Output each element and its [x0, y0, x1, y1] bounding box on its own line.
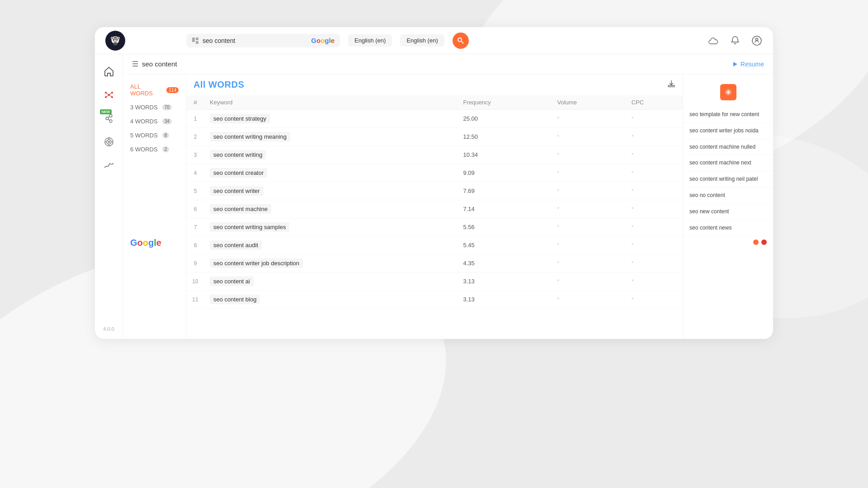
- row-frequency: 12.50: [458, 128, 552, 146]
- lang-btn-2[interactable]: English (en): [400, 34, 444, 47]
- filter-4-words[interactable]: 4 WORDS 34: [123, 114, 186, 128]
- search-input[interactable]: seo content: [203, 37, 307, 44]
- row-cpc: *: [626, 128, 683, 146]
- search-execute-button[interactable]: [453, 33, 469, 49]
- table-row[interactable]: 1 seo content strategy 25.00 * *: [186, 110, 683, 128]
- svg-rect-19: [192, 38, 195, 40]
- row-keyword: seo content creator: [204, 164, 458, 182]
- table-row[interactable]: 2 seo content writing meaning 12.50 * *: [186, 128, 683, 146]
- table-row[interactable]: 8 seo content audit 5.45 * *: [186, 236, 683, 254]
- right-panel-item[interactable]: seo content machine nulled: [683, 139, 773, 155]
- row-volume: *: [552, 218, 626, 236]
- right-panel-item[interactable]: seo content writer jobs noida: [683, 123, 773, 139]
- row-frequency: 5.45: [458, 236, 552, 254]
- svg-point-33: [106, 117, 108, 120]
- table-row[interactable]: 9 seo content writer job description 4.3…: [186, 254, 683, 272]
- row-frequency: 3.13: [458, 272, 552, 291]
- logo-icon[interactable]: [105, 31, 125, 51]
- col-cpc: CPC: [626, 95, 683, 110]
- filter-all-words[interactable]: ALL WORDS 114: [123, 80, 186, 100]
- svg-line-32: [109, 95, 112, 97]
- svg-point-34: [109, 114, 112, 117]
- col-volume: Volume: [552, 95, 626, 110]
- filter-3-words[interactable]: 3 WORDS 70: [123, 100, 186, 114]
- row-cpc: *: [626, 146, 683, 164]
- svg-point-12: [111, 37, 113, 39]
- row-volume: *: [552, 164, 626, 182]
- sidebar-item-home[interactable]: [99, 61, 119, 81]
- right-panel-item[interactable]: seo content machine next: [683, 155, 773, 171]
- svg-line-31: [106, 95, 109, 97]
- google-logo-footer: Google: [123, 238, 186, 248]
- table-row[interactable]: 6 seo content machine 7.14 * *: [186, 200, 683, 218]
- row-cpc: *: [626, 110, 683, 128]
- svg-line-21: [461, 41, 463, 43]
- row-keyword: seo content strategy: [204, 110, 458, 128]
- svg-line-29: [106, 93, 109, 95]
- svg-point-35: [109, 120, 112, 122]
- table-row[interactable]: 7 seo content writing samples 5.56 * *: [186, 218, 683, 236]
- table-row[interactable]: 10 seo content ai 3.13 * *: [186, 272, 683, 291]
- row-volume: *: [552, 254, 626, 272]
- row-frequency: 7.69: [458, 182, 552, 200]
- header-right: [706, 33, 764, 48]
- right-panel-item[interactable]: seo template for new content: [683, 107, 773, 123]
- dot-red: [761, 239, 767, 245]
- svg-line-37: [108, 119, 109, 121]
- user-menu-button[interactable]: [750, 33, 764, 48]
- new-badge: NEW: [100, 109, 112, 114]
- right-panel-item[interactable]: seo no content: [683, 188, 773, 204]
- sidebar-item-target[interactable]: [99, 132, 119, 152]
- right-panel-item[interactable]: seo new content: [683, 204, 773, 220]
- right-panel-item[interactable]: seo content writing neil patel: [683, 171, 773, 188]
- filter-5-words[interactable]: 5 WORDS 8: [123, 128, 186, 142]
- svg-line-30: [109, 93, 112, 95]
- svg-point-8: [114, 38, 115, 39]
- svg-point-15: [113, 42, 118, 45]
- row-num: 11: [186, 291, 204, 309]
- row-volume: *: [552, 200, 626, 218]
- page-title: seo content: [142, 60, 177, 68]
- row-keyword: seo content writing: [204, 146, 458, 164]
- resume-button[interactable]: Resume: [732, 61, 764, 68]
- table-header-bar: All WORDS: [186, 74, 683, 95]
- table-row[interactable]: 3 seo content writing 10.34 * *: [186, 146, 683, 164]
- row-cpc: *: [626, 200, 683, 218]
- search-bar-icon: [192, 37, 199, 44]
- filter-6-words[interactable]: 6 WORDS 2: [123, 142, 186, 156]
- main-content: ☰ seo content Resume ALL WORDS 114: [123, 54, 773, 339]
- row-keyword: seo content machine: [204, 200, 458, 218]
- download-button[interactable]: [667, 80, 675, 90]
- col-num: #: [186, 95, 204, 110]
- hamburger-menu-icon[interactable]: ☰: [132, 60, 138, 68]
- right-panel-icon-area: [683, 78, 773, 107]
- col-frequency: Frequency: [458, 95, 552, 110]
- keywords-table-area: All WORDS # Keyword: [186, 74, 683, 339]
- right-panel-action-icon[interactable]: [720, 84, 736, 100]
- row-keyword: seo content writer job description: [204, 254, 458, 272]
- right-panel-item[interactable]: seo content news: [683, 220, 773, 236]
- dots-area: [683, 236, 773, 249]
- row-volume: *: [552, 110, 626, 128]
- row-num: 9: [186, 254, 204, 272]
- table-row[interactable]: 4 seo content creator 9.09 * *: [186, 164, 683, 182]
- notification-button[interactable]: [728, 33, 742, 48]
- sidebar-item-analytics[interactable]: [99, 155, 119, 175]
- row-num: 10: [186, 272, 204, 291]
- row-keyword: seo content writing samples: [204, 218, 458, 236]
- logo-area: [104, 29, 127, 52]
- lang-btn-1[interactable]: English (en): [348, 34, 392, 47]
- table-row[interactable]: 5 seo content writer 7.69 * *: [186, 182, 683, 200]
- sidebar-item-cluster[interactable]: [99, 85, 119, 105]
- cloud-button[interactable]: [706, 33, 721, 48]
- sidebar-item-new-feature[interactable]: NEW: [99, 108, 119, 128]
- row-cpc: *: [626, 254, 683, 272]
- svg-line-36: [108, 117, 109, 118]
- row-num: 6: [186, 200, 204, 218]
- col-keyword: Keyword: [204, 95, 458, 110]
- table-row[interactable]: 11 seo content blog 3.13 * *: [186, 291, 683, 309]
- table-title: All WORDS: [193, 80, 244, 90]
- row-keyword: seo content blog: [204, 291, 458, 309]
- row-volume: *: [552, 128, 626, 146]
- filter-sidebar: ALL WORDS 114 3 WORDS 70 4 WORDS 34 5 WO…: [123, 74, 186, 339]
